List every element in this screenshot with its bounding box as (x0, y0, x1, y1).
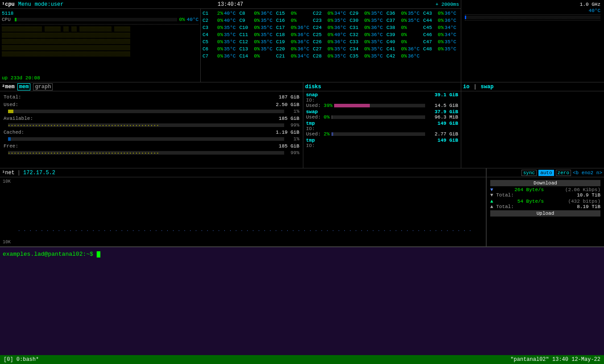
disk-tmp2-io-label: IO: (306, 143, 315, 148)
core-c40: C400% (386, 38, 422, 45)
mem-cached-pct: 1% (286, 136, 299, 142)
top-row: ¹cpu Menu mode:user 13:40:47 + 2000ms 51… (0, 0, 604, 82)
mem-available-value: 185 GiB (279, 116, 299, 121)
net-zero-btn[interactable]: zero (556, 170, 571, 176)
disks-content: snap 39.1 GiB IO: Used: 39% 14.5 GiB (303, 91, 461, 150)
net-ul-speed: 54 Byte/s (517, 199, 544, 204)
swap-label: swap (481, 84, 494, 90)
net-data: Download ▼ 264 Byte/s (2.06 Kibps) ▼ Tot… (487, 177, 604, 219)
core-c42: C420%36°C (386, 53, 422, 60)
core-c44: C440%36°C (423, 17, 459, 24)
net-sync-btn[interactable]: sync (521, 170, 537, 176)
ioswap-content (461, 91, 604, 98)
mem-tab-graph[interactable]: graph (33, 83, 53, 90)
core-c4: C40%35°C (203, 31, 238, 38)
mem-used-bar (8, 110, 284, 113)
core-c26: C260%36°C (313, 38, 348, 45)
net-dl-total: 10.9 TiB (577, 192, 600, 198)
statusbar-right: "pantanal02" 13:40 12-May-22 (510, 356, 600, 363)
disk-swap: swap 37.9 GiB Used: 0% 96.3 MiB (306, 109, 458, 120)
core-c36: C360%35°C (386, 10, 422, 17)
cpu-menu-btn[interactable]: Menu (18, 1, 31, 8)
statusbar: [0] 0:bash* "pantanal02" 13:40 12-May-22 (0, 355, 604, 364)
core-c18: C180%36°C (276, 31, 312, 38)
disk-tmp1-used-size: 2.77 GiB (427, 131, 458, 137)
upload-header: Upload (490, 210, 600, 217)
mem-available-pct: 99% (286, 123, 299, 128)
statusbar-left: [0] 0:bash* (4, 356, 39, 363)
net-dl-speed-row: ▼ 264 Byte/s (2.06 Kibps) (490, 187, 600, 192)
net-ip: 172.17.5.2 (23, 170, 55, 176)
mem-panel: ²mem mem graph Total: 187 GiB Used: 2.50… (0, 82, 303, 168)
disk-swap-name-row: swap 37.9 GiB (306, 109, 458, 115)
mem-free-value: 185 GiB (279, 143, 299, 149)
core-c29: C290%35°C (350, 10, 385, 17)
net-dl-total-label: ▼ Total: (490, 192, 514, 198)
core-c7: C70%36°C (203, 53, 238, 60)
disk-snap-size: 39.1 GiB (434, 92, 458, 98)
core-c45: C450%34°C (423, 24, 459, 31)
cpu-main-pct: 0% (179, 17, 185, 22)
disk-swap-bar (331, 115, 425, 119)
core-c39: C390% (386, 31, 422, 38)
prompt-text: examples.lad@pantanal02:~$ (3, 251, 93, 258)
net-dl-total-row: ▼ Total: 10.9 TiB (490, 192, 600, 198)
cpu-graph-area: 5118 CPU 0% 40°C ░░░░░░░░░░░░░░░ ░░░░░░ … (0, 9, 461, 82)
cpu-main-temp: 40°C (187, 17, 199, 22)
mem-total-value: 187 GiB (279, 94, 299, 100)
cpu-summary-bar-long (465, 16, 600, 19)
core-empty (423, 53, 459, 60)
mem-free-label: Free: (4, 143, 39, 149)
io-label: io (463, 84, 469, 90)
monitor-area: ¹cpu Menu mode:user 13:40:47 + 2000ms 51… (0, 0, 604, 247)
disk-swap-used-label: Used: 0% (306, 115, 330, 120)
mem-cached-bar (8, 137, 284, 141)
net-ul-total-row: ▲ Total: 8.19 TiB (490, 204, 600, 209)
disk-tmp1: tmp 149 GiB IO: Used: 2% 2.77 GiB (306, 121, 458, 137)
mem-used-value: 2.50 GiB (276, 102, 299, 107)
core-c2: C20%40°C (203, 17, 238, 24)
mem-used-label: Used: (4, 102, 39, 107)
net-info-panel: sync auto zero <b eno2 n> Download ▼ 264… (486, 168, 604, 246)
cpu-bar-label: CPU (2, 17, 13, 22)
disk-snap-io-label: IO: (306, 98, 315, 103)
disk-tmp2: tmp 149 GiB IO: (306, 138, 458, 148)
cpu-mode-label: mode:user (35, 1, 64, 8)
core-c10: C100%35°C (239, 24, 275, 31)
disk-tmp1-size: 149 GiB (438, 121, 458, 126)
mem-used-pct: 1% (286, 109, 299, 114)
mem-tab-mem[interactable]: mem (17, 83, 31, 90)
cpu-summary-bar-fill (465, 16, 466, 19)
core-c14: C140% (239, 53, 275, 60)
core-c3: C30%35°C (203, 24, 238, 31)
disk-tmp2-io: IO: (306, 143, 458, 148)
cpu-uptime: up 233d 20:08 (2, 75, 199, 81)
terminal-area: examples.lad@pantanal02:~$ █ (0, 247, 604, 342)
mem-dots-row: ▪▪▪▪▪▪▪▪▪▪▪▪▪▪▪▪▪▪▪▪▪▪▪▪▪▪▪▪▪▪▪▪▪▪▪▪▪▪▪▪… (8, 123, 281, 127)
disk-tmp2-size: 149 GiB (438, 138, 458, 143)
disk-swap-name: swap (306, 109, 318, 115)
disk-tmp1-name: tmp (306, 121, 315, 126)
disk-tmp2-name-row: tmp 149 GiB (306, 138, 458, 143)
disk-snap-io: IO: (306, 98, 458, 103)
mem-available-row: Available: 185 GiB (4, 115, 299, 122)
cpu-main-bar (15, 18, 177, 21)
core-c25: C250%40°C (313, 31, 348, 38)
net-iface: <b eno2 n> (573, 170, 602, 176)
core-c27: C270%35°C (313, 45, 348, 53)
cpu-temp-row: 40°C (465, 8, 600, 13)
mem-free-dots: ▪▪▪▪▪▪▪▪▪▪▪▪▪▪▪▪▪▪▪▪▪▪▪▪▪▪▪▪▪▪▪▪▪▪▪▪▪▪▪▪… (8, 151, 160, 155)
terminal-prompt[interactable]: examples.lad@pantanal02:~$ █ (3, 251, 601, 258)
cpu-header: ¹cpu Menu mode:user 13:40:47 + 2000ms (0, 0, 461, 9)
core-c41: C410%36°C (386, 45, 422, 53)
mem-content: Total: 187 GiB Used: 2.50 GiB 1% (0, 91, 303, 158)
cpu-refresh: + 2000ms (435, 2, 459, 7)
core-c20: C200%36°C (276, 45, 312, 53)
core-c16: C160% (276, 17, 312, 24)
core-c12: C120%35°C (239, 38, 275, 45)
disk-snap: snap 39.1 GiB IO: Used: 39% 14.5 GiB (306, 92, 458, 108)
disks-panel: disks snap 39.1 GiB IO: Used: 39% (303, 82, 461, 168)
net-auto-btn[interactable]: auto (538, 170, 554, 176)
mem-dots-yellow: ▪▪▪▪▪▪▪▪▪▪▪▪▪▪▪▪▪▪▪▪▪▪▪▪▪▪▪▪▪▪▪▪▪▪▪▪▪▪▪▪… (8, 123, 160, 127)
core-c5: C50%35°C (203, 38, 238, 45)
